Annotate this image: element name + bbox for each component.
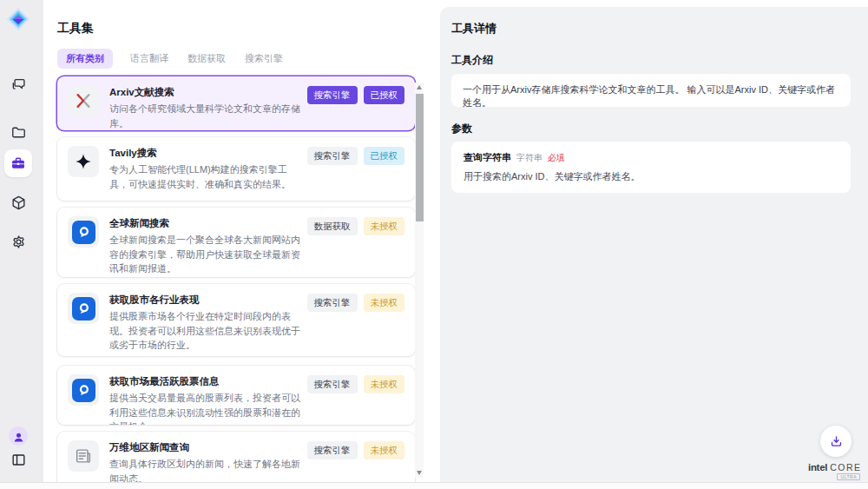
tool-name: Tavily搜索 [109,146,302,160]
tool-name: 万维地区新闻查询 [109,440,302,454]
tool-card-global-news[interactable]: 全球新闻搜索 全球新闻搜索是一个聚合全球各大新闻网站内容的搜索引擎，帮助用户快速… [57,208,415,277]
category-tabs: 所有类别 语言翻译 数据获取 搜索引擎 [57,48,285,69]
gear-icon [10,234,27,250]
scrollbar-thumb[interactable] [416,94,424,221]
scrollbar-track[interactable] [415,83,424,478]
category-badge: 搜索引擎 [307,375,358,393]
category-badge: 数据获取 [307,217,358,235]
intro-text-box: 一个用于从Arxiv存储库搜索科学论文和文章的工具。 输入可以是Arxiv ID… [451,74,851,107]
params-heading: 参数 [451,122,472,136]
intel-wordmark: intel [808,462,827,472]
tool-description: 全球新闻搜索是一个聚合全球各大新闻网站内容的搜索引擎，帮助用户快速获取全球最新资… [109,233,302,276]
tool-card-regional-news[interactable]: 万维地区新闻查询 查询具体行政区划内的新闻，快速了解各地新闻动态。 搜索引擎 未… [57,432,415,482]
chat-bubbles-icon [10,76,27,93]
parameter-name: 查询字符串 [464,151,511,164]
intel-core-logo: intel CORE ULTRA [808,462,860,480]
juhe-q-icon [68,293,99,324]
newspaper-icon [68,440,99,472]
tool-description: 访问各个研究领域大量科学论文和文章的存储库。 [109,102,302,130]
juhe-q-icon [68,374,99,406]
scrollbar-up-arrow-icon[interactable] [417,85,422,89]
parameter-required-badge: 必填 [548,152,565,164]
tool-card-arxiv[interactable]: Arxiv文献搜索 访问各个研究领域大量科学论文和文章的存储库。 搜索引擎 已授… [57,76,415,130]
tool-name: Arxiv文献搜索 [109,85,302,99]
auth-badge: 已授权 [364,147,405,165]
person-icon [12,431,25,444]
intro-heading: 工具介绍 [451,53,493,68]
intro-text: 一个用于从Arxiv存储库搜索科学论文和文章的工具。 输入可以是Arxiv ID… [463,84,835,108]
ultra-badge: ULTRA [837,473,860,480]
auth-badge: 未授权 [364,294,405,312]
scrollbar-down-arrow-icon[interactable] [417,471,422,475]
core-wordmark: CORE [830,462,861,472]
tool-list: Arxiv文献搜索 访问各个研究领域大量科学论文和文章的存储库。 搜索引擎 已授… [43,73,430,482]
tab-search-engine[interactable]: 搜索引擎 [243,49,285,69]
tool-description: 查询具体行政区划内的新闻，快速了解各地新闻动态。 [109,457,302,482]
category-badge: 搜索引擎 [307,441,358,459]
parameter-type: 字符串 [516,152,542,164]
cube-icon [10,195,27,211]
tool-card-tavily[interactable]: Tavily搜索 专为人工智能代理(LLM)构建的搜索引擎工具，可快速提供实时、… [57,137,415,201]
tool-name: 全球新闻搜索 [109,216,302,230]
auth-badge: 未授权 [364,217,405,235]
arxiv-icon [68,85,99,116]
tool-description: 提供股票市场各个行业在特定时间段内的表现。投资者可以利用这些信息来识别表现优于或… [109,309,302,353]
tool-description: 提供当天交易量最高的股票列表，投资者可以利用这些信息来识别流动性强的股票和潜在的… [109,391,302,425]
sidebar-collapse-button[interactable] [10,451,28,469]
tool-card-stock-sectors[interactable]: 获取股市各行业表现 提供股票市场各个行业在特定时间段内的表现。投资者可以利用这些… [57,284,415,356]
auth-badge: 未授权 [364,441,405,459]
toolbox-icon [10,155,27,172]
sidebar-item-chat[interactable] [10,76,28,94]
window-bottom-edge [0,482,868,489]
app-window: { "colors": { "accent_purple": "#6847df"… [0,0,868,489]
tool-name: 获取股市各行业表现 [109,293,302,307]
juhe-q-icon [68,216,99,248]
tool-name: 获取市场最活跃股票信息 [109,374,302,388]
sidebar-item-tools-active[interactable] [4,149,32,177]
category-badge: 搜索引擎 [307,147,358,165]
tab-language-translation[interactable]: 语言翻译 [128,49,170,69]
category-badge: 搜索引擎 [307,294,358,312]
parameter-item: 查询字符串 字符串 必填 用于搜索的Arxiv ID、关键字或作者姓名。 [451,142,851,193]
folder-icon [10,124,27,141]
tool-details-panel: 工具详情 工具介绍 一个用于从Arxiv存储库搜索科学论文和文章的工具。 输入可… [440,7,868,482]
page-title: 工具集 [57,21,94,36]
parameter-description: 用于搜索的Arxiv ID、关键字或作者姓名。 [464,170,838,183]
sidebar-rail [0,0,43,482]
user-avatar[interactable] [9,426,28,446]
tab-all-categories[interactable]: 所有类别 [57,49,113,69]
download-button[interactable] [820,426,852,457]
tool-card-active-stocks[interactable]: 获取市场最活跃股票信息 提供当天交易量最高的股票列表，投资者可以利用这些信息来识… [57,366,415,425]
tavily-star-icon [68,146,99,177]
auth-badge: 已授权 [364,86,405,104]
tab-data-fetch[interactable]: 数据获取 [186,49,227,69]
auth-badge: 未授权 [364,375,405,393]
sidebar-item-files[interactable] [10,123,28,142]
details-title: 工具详情 [451,21,496,36]
download-icon [829,434,844,449]
app-logo-icon [6,7,30,31]
category-badge: 搜索引擎 [307,86,358,104]
panel-collapse-icon [10,452,27,468]
tool-description: 专为人工智能代理(LLM)构建的搜索引擎工具，可快速提供实时、准确和真实的结果。 [109,162,302,191]
sidebar-item-models[interactable] [10,194,28,212]
sidebar-item-settings[interactable] [10,233,28,251]
